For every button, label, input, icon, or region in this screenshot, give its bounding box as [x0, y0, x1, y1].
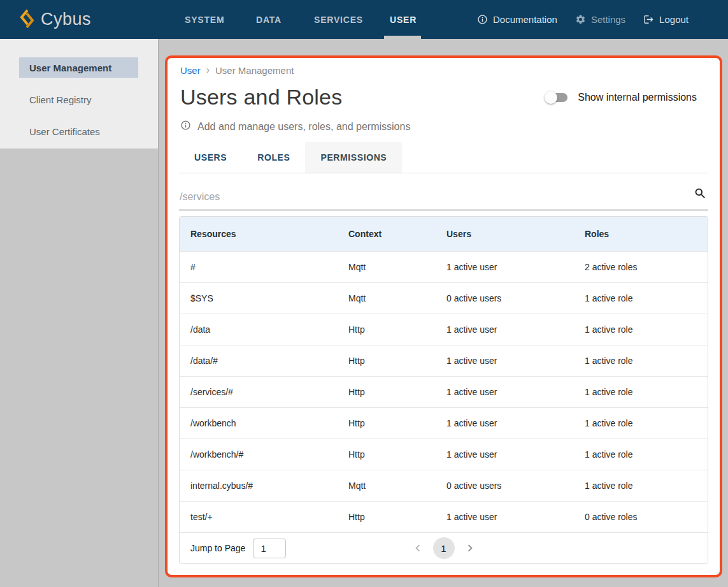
cell-context: Http: [338, 387, 436, 397]
top-navbar: Cybus SYSTEM DATA SERVICES USER Document…: [0, 0, 728, 39]
settings-label: Settings: [591, 14, 625, 25]
toggle-label: Show internal permissions: [578, 92, 697, 103]
table-row[interactable]: /services/# Http 1 active user 1 active …: [180, 376, 708, 407]
cell-context: Http: [338, 418, 436, 428]
tab-roles[interactable]: ROLES: [242, 142, 305, 173]
sidebar: User Management Client Registry User Cer…: [0, 39, 158, 149]
table-row[interactable]: /data Http 1 active user 1 active role: [180, 314, 708, 345]
cell-context: Mqtt: [338, 293, 436, 303]
cell-resource: $SYS: [180, 293, 338, 303]
info-icon: [477, 14, 488, 25]
column-header-context: Context: [338, 229, 436, 239]
next-page-button[interactable]: [462, 540, 478, 556]
show-internal-permissions-toggle[interactable]: [546, 91, 569, 104]
cell-roles: 1 active role: [574, 324, 708, 335]
pager: 1: [410, 537, 478, 559]
breadcrumb-current: User Management: [215, 65, 294, 76]
table-row[interactable]: /data/# Http 1 active user 1 active role: [180, 345, 708, 376]
brand[interactable]: Cybus: [19, 0, 91, 39]
search-icon[interactable]: [694, 187, 707, 203]
table-row[interactable]: /workbench Http 1 active user 1 active r…: [180, 407, 708, 438]
cell-resource: #: [180, 262, 338, 272]
cybus-logo-icon: [19, 9, 35, 31]
sidebar-item-user-certificates[interactable]: User Certificates: [19, 121, 138, 141]
cell-users: 1 active user: [436, 262, 574, 272]
gear-icon: [575, 14, 586, 25]
breadcrumb: User › User Management: [179, 64, 708, 76]
active-tab-indicator: [384, 36, 421, 39]
sidebar-item-user-management[interactable]: User Management: [19, 57, 138, 78]
chevron-right-icon: ›: [206, 64, 210, 76]
page-subtitle: Add and manage users, roles, and permiss…: [197, 121, 410, 133]
nav-item-services[interactable]: SERVICES: [314, 0, 363, 39]
table-row[interactable]: # Mqtt 1 active user 2 active roles: [180, 251, 708, 282]
cell-roles: 1 active role: [574, 293, 708, 303]
cell-resource: /workbench/#: [180, 449, 338, 460]
navbar-actions: Documentation Settings Logout: [477, 0, 689, 39]
table-row[interactable]: /workbench/# Http 1 active user 1 active…: [180, 438, 708, 470]
table-row[interactable]: internal.cybus/# Mqtt 0 active users 1 a…: [180, 470, 708, 501]
cell-roles: 1 active role: [574, 418, 708, 428]
logout-icon: [643, 14, 654, 25]
brand-name: Cybus: [41, 10, 91, 29]
cell-users: 1 active user: [436, 356, 574, 366]
sidebar-item-client-registry[interactable]: Client Registry: [19, 89, 138, 110]
cell-users: 1 active user: [436, 449, 574, 460]
nav-item-system[interactable]: SYSTEM: [185, 0, 224, 39]
table-body: # Mqtt 1 active user 2 active roles $SYS…: [180, 251, 708, 532]
cell-resource: test/+: [180, 512, 338, 522]
cell-roles: 1 active role: [574, 387, 708, 397]
cell-context: Http: [338, 449, 436, 460]
column-header-roles: Roles: [574, 229, 708, 239]
jump-to-page-input[interactable]: [253, 539, 286, 558]
column-header-resources: Resources: [180, 229, 338, 239]
cell-context: Mqtt: [338, 481, 436, 491]
column-header-users: Users: [436, 229, 574, 239]
documentation-button[interactable]: Documentation: [477, 14, 557, 25]
cell-users: 1 active user: [436, 512, 574, 522]
table-header: Resources Context Users Roles: [180, 217, 708, 251]
cell-context: Mqtt: [338, 262, 436, 272]
main-content-highlighted: User › User Management Users and Roles S…: [165, 55, 722, 577]
cell-resource: /services/#: [180, 387, 338, 397]
pagination-bar: Jump to Page 1: [180, 532, 708, 563]
tab-users[interactable]: USERS: [179, 142, 242, 173]
nav-item-user-label: USER: [390, 15, 417, 25]
documentation-label: Documentation: [493, 14, 557, 25]
cell-resource: /data/#: [180, 356, 338, 366]
search-bar: [179, 176, 708, 210]
nav-item-user[interactable]: USER: [390, 0, 417, 39]
logout-label: Logout: [659, 14, 689, 25]
breadcrumb-link-user[interactable]: User: [180, 65, 201, 76]
internal-permissions-toggle-group: Show internal permissions: [546, 91, 697, 104]
cell-users: 1 active user: [436, 418, 574, 428]
nav-item-data[interactable]: DATA: [256, 0, 282, 39]
cell-users: 0 active users: [436, 481, 574, 491]
jump-to-page-label: Jump to Page: [190, 543, 245, 553]
logout-button[interactable]: Logout: [643, 14, 689, 25]
cell-users: 1 active user: [436, 324, 574, 335]
cell-resource: /workbench: [180, 418, 338, 428]
cell-roles: 1 active role: [574, 356, 708, 366]
cell-resource: internal.cybus/#: [180, 481, 338, 491]
cell-roles: 0 active roles: [574, 512, 708, 522]
cell-roles: 1 active role: [574, 481, 708, 491]
table-row[interactable]: $SYS Mqtt 0 active users 1 active role: [180, 282, 708, 314]
table-row[interactable]: test/+ Http 1 active user 0 active roles: [180, 501, 708, 532]
cell-resource: /data: [180, 324, 338, 335]
current-page-button[interactable]: 1: [433, 537, 455, 559]
cell-users: 1 active user: [436, 387, 574, 397]
settings-button[interactable]: Settings: [575, 14, 625, 25]
tab-permissions[interactable]: PERMISSIONS: [305, 142, 402, 173]
info-icon: [180, 120, 191, 133]
cell-context: Http: [338, 512, 436, 522]
cell-context: Http: [338, 324, 436, 335]
page-title: Users and Roles: [180, 85, 342, 110]
cell-users: 0 active users: [436, 293, 574, 303]
permissions-table: Resources Context Users Roles # Mqtt 1 a…: [179, 216, 708, 564]
toggle-thumb: [545, 91, 557, 104]
cell-roles: 2 active roles: [574, 262, 708, 272]
sidebar-divider: [158, 39, 159, 587]
previous-page-button[interactable]: [410, 540, 425, 556]
search-input[interactable]: [179, 176, 708, 210]
